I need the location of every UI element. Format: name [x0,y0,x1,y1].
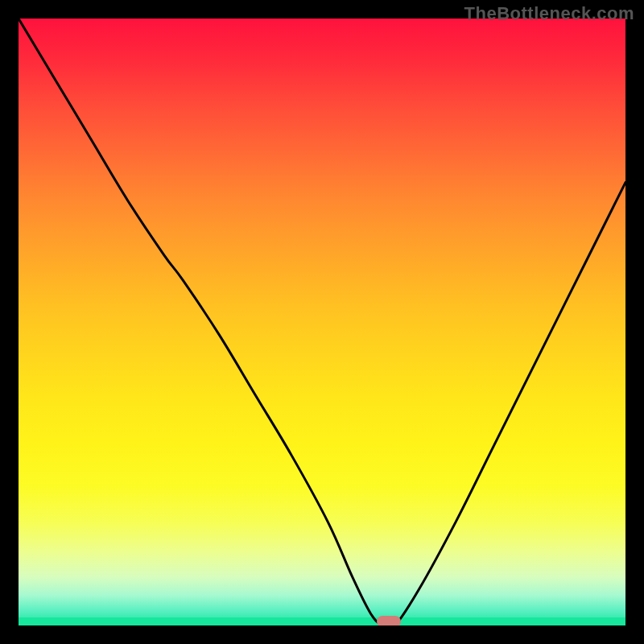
watermark-text: TheBottleneck.com [464,3,634,24]
bottleneck-curve [19,19,625,625]
chart-frame: TheBottleneck.com [0,0,644,644]
plot-area [19,19,625,625]
optimal-point-marker [377,616,401,625]
